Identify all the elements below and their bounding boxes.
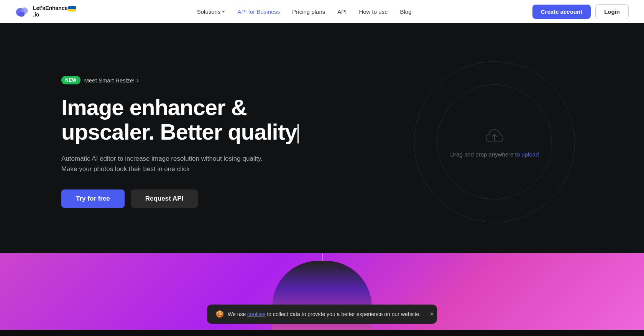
logo-text: Let'sEnhance .io xyxy=(33,5,76,18)
upload-link[interactable]: to upload xyxy=(515,151,539,158)
nav-solutions[interactable]: Solutions xyxy=(197,8,225,15)
hero-section: NEW Meet Smart Resize! › Image enhancer … xyxy=(0,23,644,253)
nav-pricing[interactable]: Pricing plans xyxy=(292,8,325,15)
header-actions: Create account Login xyxy=(532,4,629,19)
upload-drop-text: Drag and drop anywhere to upload xyxy=(450,151,539,158)
main-nav: Solutions API for Business Pricing plans… xyxy=(197,8,412,15)
create-account-button[interactable]: Create account xyxy=(532,5,591,19)
svg-point-2 xyxy=(18,12,25,17)
arrow-icon: › xyxy=(137,77,139,83)
upload-cloud-icon xyxy=(485,127,504,145)
cookie-emoji: 🍪 xyxy=(215,310,224,318)
chevron-down-icon xyxy=(222,11,225,13)
badge-row: NEW Meet Smart Resize! › xyxy=(61,76,307,84)
cursor-blink xyxy=(297,124,299,143)
header: Let'sEnhance .io Solutions API for Busin… xyxy=(0,0,644,23)
cookie-link[interactable]: cookies xyxy=(247,311,265,317)
hero-left: NEW Meet Smart Resize! › Image enhancer … xyxy=(61,76,307,208)
nav-api[interactable]: API xyxy=(337,8,347,15)
nav-api-for-business[interactable]: API for Business xyxy=(237,8,280,15)
cookie-text: We use cookies to collect data to provid… xyxy=(228,311,421,317)
hero-subtitle: Automatic AI editor to increase image re… xyxy=(61,153,307,174)
new-badge: NEW xyxy=(61,76,80,84)
cookie-banner: 🍪 We use cookies to collect data to prov… xyxy=(207,305,437,324)
hero-buttons: Try for free Request API xyxy=(61,189,307,208)
logo[interactable]: Let'sEnhance .io xyxy=(15,5,76,18)
upload-circle-inner[interactable]: Drag and drop anywhere to upload xyxy=(437,84,552,199)
hero-right: Drag and drop anywhere to upload xyxy=(406,54,583,230)
nav-blog[interactable]: Blog xyxy=(400,8,411,15)
request-api-button[interactable]: Request API xyxy=(131,189,198,208)
nav-how-to-use[interactable]: How to use xyxy=(359,8,388,15)
hero-title: Image enhancer & upscaler. Better qualit… xyxy=(61,95,307,144)
try-for-free-button[interactable]: Try for free xyxy=(61,189,125,208)
upload-circle-outer: Drag and drop anywhere to upload xyxy=(414,61,575,222)
logo-icon xyxy=(15,5,29,18)
login-button[interactable]: Login xyxy=(595,4,629,19)
cookie-close-button[interactable]: × xyxy=(430,311,434,318)
new-badge-text[interactable]: Meet Smart Resize! › xyxy=(84,77,139,84)
